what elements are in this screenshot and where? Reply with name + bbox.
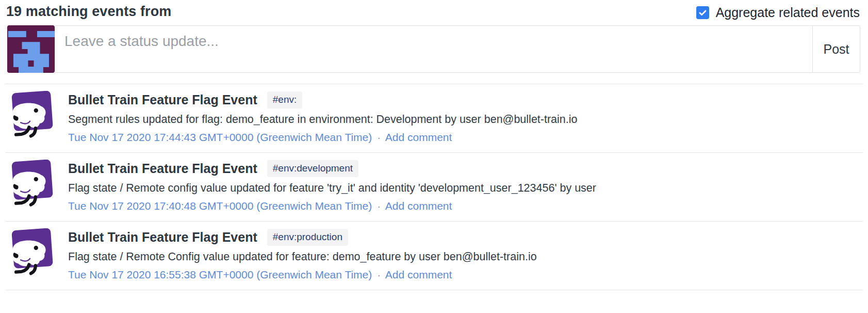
event-timestamp: Tue Nov 17 2020 16:55:38 GMT+0000 (Green… [68,269,372,280]
event-timestamp: Tue Nov 17 2020 17:40:48 GMT+0000 (Green… [68,200,372,212]
events-header: 19 matching events from Aggregate relate… [0,0,868,25]
event-title-row: Bullet Train Feature Flag Event #env: [68,91,863,108]
event-description: Flag state / Remote Config value updated… [68,249,863,264]
event-body: Bullet Train Feature Flag Event #env:pro… [68,228,863,281]
meta-separator: · [375,131,383,143]
meta-separator: · [375,269,383,280]
event-body: Bullet Train Feature Flag Event #env: Se… [68,91,863,144]
post-button[interactable]: Post [812,25,860,73]
aggregate-related-events-toggle[interactable]: Aggregate related events [696,4,860,20]
event-tag-badge[interactable]: #env: [267,91,302,108]
page-title: 19 matching events from [6,4,171,20]
event-row[interactable]: Bullet Train Feature Flag Event #env: Se… [5,84,863,152]
aggregate-checkbox[interactable] [696,6,709,19]
event-row[interactable]: Bullet Train Feature Flag Event #env:dev… [5,152,863,221]
add-comment-link[interactable]: Add comment [385,200,452,212]
event-title-row: Bullet Train Feature Flag Event #env:pro… [68,229,863,246]
event-meta-row: Tue Nov 17 2020 17:40:48 GMT+0000 (Green… [68,199,863,213]
add-comment-link[interactable]: Add comment [385,131,452,143]
event-stream: Bullet Train Feature Flag Event #env: Se… [5,84,863,290]
datadog-dog-avatar [7,160,54,207]
event-title: Bullet Train Feature Flag Event [68,91,257,108]
event-tag-badge[interactable]: #env:production [267,229,348,246]
datadog-dog-avatar [7,228,54,276]
user-identicon-avatar [7,25,55,73]
checkmark-icon [698,8,708,18]
event-timestamp: Tue Nov 17 2020 17:44:43 GMT+0000 (Green… [68,131,372,143]
event-meta-row: Tue Nov 17 2020 17:44:43 GMT+0000 (Green… [68,130,863,144]
meta-separator: · [375,200,383,212]
event-title: Bullet Train Feature Flag Event [68,160,257,177]
add-comment-link[interactable]: Add comment [385,269,452,280]
datadog-dog-avatar [7,91,54,138]
status-update-input[interactable] [55,25,813,73]
aggregate-checkbox-label[interactable]: Aggregate related events [716,5,860,20]
event-tag-badge[interactable]: #env:development [267,160,358,177]
status-composer: Post [0,25,868,73]
event-row[interactable]: Bullet Train Feature Flag Event #env:pro… [5,221,863,290]
event-body: Bullet Train Feature Flag Event #env:dev… [68,160,863,213]
event-description: Segment rules updated for flag: demo_fea… [68,112,863,127]
event-meta-row: Tue Nov 17 2020 16:55:38 GMT+0000 (Green… [68,268,863,281]
event-title: Bullet Train Feature Flag Event [68,229,257,246]
event-title-row: Bullet Train Feature Flag Event #env:dev… [68,160,863,177]
event-description: Flag state / Remote config value updated… [68,181,863,195]
